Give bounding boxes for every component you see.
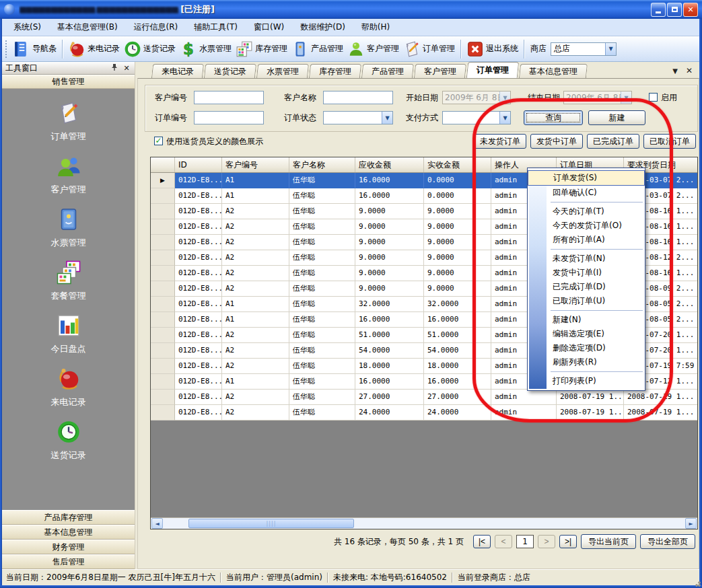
- export-current-page-button[interactable]: 导出当前页: [581, 534, 636, 549]
- grid-column-header-ID[interactable]: ID: [175, 157, 222, 172]
- menu-item-今天的订单(T)[interactable]: 今天的订单(T): [528, 205, 645, 219]
- toolbar-button-order[interactable]: 订单管理: [401, 39, 457, 59]
- order-status-select[interactable]: ▼: [323, 111, 393, 124]
- menubar-item[interactable]: 数据维护(D): [292, 19, 353, 36]
- last-page-button[interactable]: >|: [559, 535, 577, 548]
- order-no-input[interactable]: [194, 111, 264, 124]
- first-page-button[interactable]: |<: [473, 535, 491, 548]
- menu-item-已取消订单(U)[interactable]: 已取消订单(U): [528, 294, 645, 308]
- row-selector[interactable]: [151, 359, 175, 374]
- menu-item-订单发货(S)[interactable]: 订单发货(S): [528, 170, 645, 186]
- tab-list-dropdown-icon[interactable]: ▼: [672, 67, 678, 75]
- grid-column-header-应收金额[interactable]: 应收金额: [355, 157, 424, 172]
- shop-select[interactable]: 总店▼: [551, 42, 617, 56]
- row-selector[interactable]: [151, 250, 175, 266]
- row-selector[interactable]: [151, 188, 175, 204]
- tab-基本信息管理[interactable]: 基本信息管理: [519, 64, 588, 78]
- sidebar-item-今日盘点[interactable]: 今日盘点: [51, 314, 86, 355]
- grid-column-header-客户名称[interactable]: 客户名称: [289, 157, 355, 172]
- row-selector[interactable]: [151, 405, 175, 420]
- toolbar-button-clock[interactable]: 送货记录: [122, 39, 178, 59]
- sidebar-section-基本信息管理[interactable]: 基本信息管理: [2, 525, 135, 540]
- toolbar-button-product[interactable]: 产品管理: [289, 39, 345, 59]
- toolbar-button-exit[interactable]: 退出系统: [464, 39, 520, 59]
- query-button[interactable]: 查询: [524, 110, 583, 125]
- maximize-button[interactable]: [667, 3, 682, 17]
- pin-icon[interactable]: [110, 63, 119, 73]
- next-page-button[interactable]: >: [538, 535, 555, 548]
- horizontal-scrollbar[interactable]: ◄ ►: [151, 517, 697, 529]
- export-all-pages-button[interactable]: 导出全部页: [640, 534, 695, 549]
- toolbar-button-dollar[interactable]: $水票管理: [178, 39, 234, 59]
- status-filter-button-已取消订单[interactable]: 已取消订单: [643, 134, 696, 149]
- menubar-item[interactable]: 基本信息管理(B): [49, 19, 126, 36]
- menu-item-刷新列表(R)[interactable]: 刷新列表(R): [528, 355, 645, 369]
- sidebar-section-售后管理[interactable]: 售后管理: [2, 554, 135, 569]
- menubar-item[interactable]: 辅助工具(T): [186, 19, 246, 36]
- tab-水票管理[interactable]: 水票管理: [256, 64, 309, 78]
- sidebar-item-送货记录[interactable]: 送货记录: [51, 420, 86, 462]
- status-filter-button-未发货订单[interactable]: 未发货订单: [474, 134, 526, 149]
- toolbar-button-bell[interactable]: 来电记录: [66, 39, 122, 59]
- scroll-right-icon[interactable]: ►: [685, 518, 697, 529]
- enable-checkbox[interactable]: [649, 93, 658, 102]
- resize-grip[interactable]: [693, 579, 701, 587]
- status-filter-button-发货中订单[interactable]: 发货中订单: [530, 134, 583, 149]
- tab-close-icon[interactable]: ✕: [686, 66, 693, 75]
- row-selector[interactable]: [151, 390, 175, 405]
- customer-name-input[interactable]: [323, 91, 393, 104]
- row-selector[interactable]: [151, 204, 175, 219]
- row-selector[interactable]: [151, 328, 175, 343]
- new-button[interactable]: 新建: [588, 110, 645, 125]
- page-number-input[interactable]: 1: [516, 535, 534, 548]
- row-selector[interactable]: [151, 312, 175, 328]
- menu-item-编辑选定项(E)[interactable]: 编辑选定项(E): [528, 327, 645, 341]
- row-selector[interactable]: [151, 219, 175, 235]
- prev-page-button[interactable]: <: [495, 535, 512, 548]
- menu-item-回单确认(C)[interactable]: 回单确认(C): [528, 186, 645, 200]
- menu-item-未发货订单(N)[interactable]: 未发货订单(N): [528, 252, 645, 266]
- row-selector[interactable]: [151, 297, 175, 312]
- scroll-left-icon[interactable]: ◄: [151, 518, 163, 529]
- status-filter-button-已完成订单[interactable]: 已完成订单: [587, 134, 639, 149]
- row-selector[interactable]: [151, 374, 175, 390]
- start-date-picker[interactable]: 2009年 6月 8日 ▼: [442, 91, 511, 104]
- grid-column-header-客户编号[interactable]: 客户编号: [222, 157, 289, 172]
- tab-来电记录[interactable]: 来电记录: [151, 64, 204, 78]
- toolbar-button-book[interactable]: 导航条: [11, 39, 59, 59]
- menubar-item[interactable]: 帮助(H): [353, 19, 398, 36]
- customer-no-input[interactable]: [194, 91, 264, 104]
- menu-item-已完成订单(D)[interactable]: 已完成订单(D): [528, 280, 645, 294]
- row-selector[interactable]: [151, 343, 175, 359]
- toolbar-button-customer[interactable]: 客户管理: [345, 39, 401, 59]
- close-panel-icon[interactable]: ✕: [122, 64, 131, 73]
- sidebar-item-客户管理[interactable]: 客户管理: [51, 154, 86, 196]
- tab-客户管理[interactable]: 客户管理: [414, 64, 466, 78]
- end-date-picker[interactable]: 2009年 6月 8日 ▼: [563, 91, 632, 104]
- grid-column-header-实收金额[interactable]: 实收金额: [424, 157, 491, 172]
- menubar-item[interactable]: 系统(S): [5, 19, 49, 36]
- menu-item-发货中订单(I)[interactable]: 发货中订单(I): [528, 266, 645, 280]
- tab-产品管理[interactable]: 产品管理: [361, 64, 414, 78]
- sidebar-section-产品库存管理[interactable]: 产品库存管理: [2, 510, 135, 525]
- toolbar-grip[interactable]: [5, 40, 8, 58]
- scrollbar-thumb[interactable]: [188, 519, 354, 528]
- minimize-button[interactable]: [651, 3, 666, 17]
- row-selector[interactable]: [151, 266, 175, 281]
- sidebar-item-水票管理[interactable]: 水票管理: [51, 207, 86, 249]
- menu-item-新建(N)[interactable]: 新建(N): [528, 313, 645, 327]
- tab-送货记录[interactable]: 送货记录: [204, 64, 256, 78]
- tab-订单管理[interactable]: 订单管理: [466, 62, 520, 78]
- pay-method-select[interactable]: ▼: [442, 111, 511, 124]
- sidebar-item-套餐管理[interactable]: 套餐管理: [51, 260, 86, 302]
- menu-item-所有的订单(A)[interactable]: 所有的订单(A): [528, 233, 645, 247]
- row-selector[interactable]: [151, 235, 175, 250]
- close-button[interactable]: ✕: [683, 3, 698, 17]
- menu-item-今天的发货订单(O)[interactable]: 今天的发货订单(O): [528, 219, 645, 233]
- row-selector-arrow[interactable]: ▶: [151, 173, 175, 188]
- table-row[interactable]: 012D-E8...A2伍华聪27.000027.0000admin2008-0…: [151, 390, 697, 405]
- menu-item-删除选定项(D)[interactable]: 删除选定项(D): [528, 341, 645, 355]
- row-selector[interactable]: [151, 281, 175, 297]
- table-row[interactable]: 012D-E8...A2伍华聪24.000024.0000admin2008-0…: [151, 405, 697, 420]
- toolbar-button-inventory[interactable]: 库存管理: [234, 39, 289, 59]
